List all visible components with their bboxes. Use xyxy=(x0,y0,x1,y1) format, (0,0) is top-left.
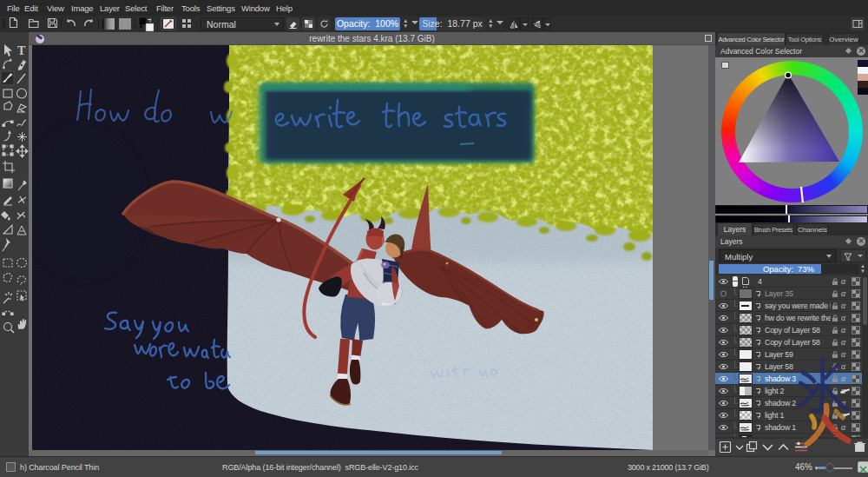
svg-text:T: T xyxy=(17,44,26,57)
